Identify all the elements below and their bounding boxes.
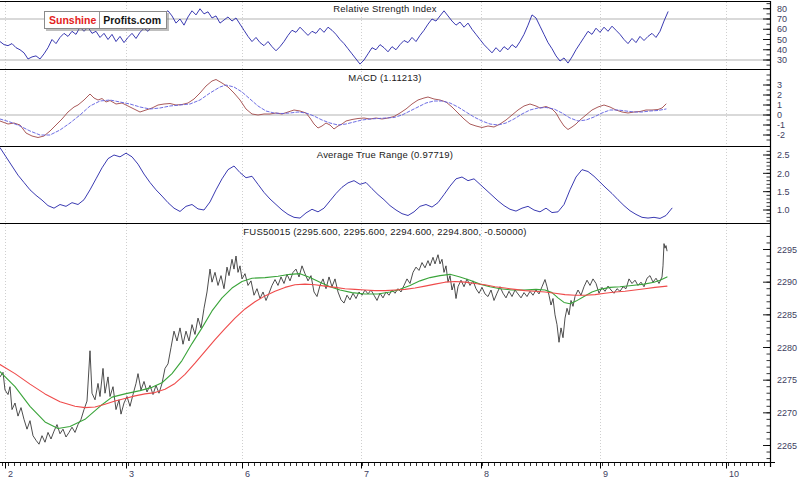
y-axis-label: 2285 <box>777 310 797 320</box>
sunshineprofits-logo: Sunshine Profits.com <box>44 11 167 29</box>
multi-panel-chart: 8070605040303210-1-22.52.01.51.022952290… <box>0 0 800 486</box>
chart-application-canvas: 8070605040303210-1-22.52.01.51.022952290… <box>0 0 800 486</box>
y-axis-label: 2.0 <box>777 169 790 179</box>
y-axis-label: 1.5 <box>777 187 790 197</box>
y-axis-label: 50 <box>777 35 787 45</box>
fus50015-price-line <box>0 244 667 445</box>
y-axis-label: 1.0 <box>777 205 790 215</box>
macd-line <box>0 80 666 138</box>
y-axis-label: 2 <box>777 90 782 100</box>
ma-slow-red--line <box>0 282 667 408</box>
day-label: 2 <box>8 469 13 479</box>
y-axis-label: 0 <box>777 110 782 120</box>
y-axis-label: 2290 <box>777 277 797 287</box>
y-axis-label: 80 <box>777 4 787 14</box>
y-axis-label: 2270 <box>777 408 797 418</box>
y-axis-label: 30 <box>777 55 787 65</box>
day-label: 3 <box>129 469 134 479</box>
logo-text-profits: Profits.com <box>100 12 166 28</box>
day-label: 10 <box>729 469 739 479</box>
day-label: 7 <box>364 469 369 479</box>
day-label: 9 <box>603 469 608 479</box>
day-label: 6 <box>245 469 250 479</box>
y-axis-label: 70 <box>777 14 787 24</box>
y-axis-label: 40 <box>777 45 787 55</box>
y-axis-label: 2.5 <box>777 150 790 160</box>
y-axis-label: 2275 <box>777 375 797 385</box>
y-axis-label: 1 <box>777 100 782 110</box>
y-axis-label: 2295 <box>777 245 797 255</box>
y-axis-label: -1 <box>777 120 785 130</box>
day-label: 8 <box>484 469 489 479</box>
y-axis-label: 2280 <box>777 343 797 353</box>
y-axis-label: -2 <box>777 130 785 140</box>
atr-line <box>0 148 672 219</box>
logo-text-sunshine: Sunshine <box>45 12 100 28</box>
y-axis-label: 2265 <box>777 441 797 451</box>
y-axis-label: 3 <box>777 80 782 90</box>
y-axis-label: 60 <box>777 24 787 34</box>
